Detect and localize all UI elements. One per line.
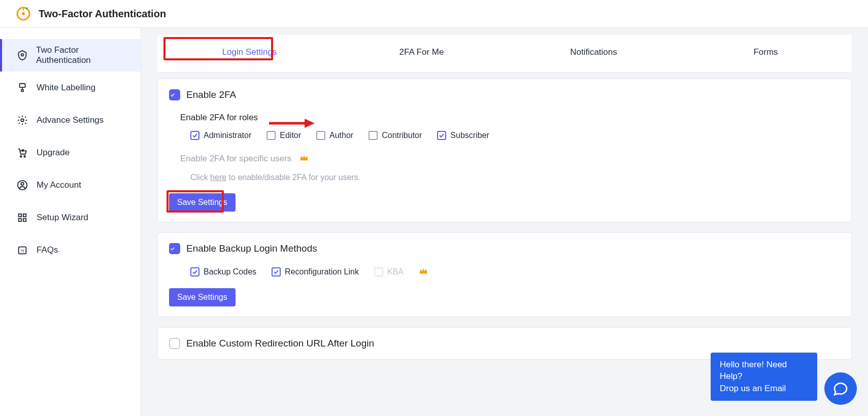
sidebar-item-label: My Account bbox=[37, 180, 81, 190]
svg-rect-4 bbox=[20, 84, 25, 87]
help-line2: Drop us an Email bbox=[720, 383, 808, 395]
reconfig-link-label: Reconfiguration Link bbox=[285, 267, 359, 276]
sidebar-item-label: Upgrade bbox=[37, 148, 70, 158]
specific-users-here-link[interactable]: here bbox=[210, 173, 226, 182]
annotation-arrow bbox=[268, 118, 315, 129]
kba-label: KBA bbox=[387, 267, 404, 276]
chat-button[interactable] bbox=[824, 372, 857, 405]
sidebar-item-upgrade[interactable]: Upgrade bbox=[0, 136, 141, 169]
enable-2fa-card: Enable 2FA Enable 2FA for roles Administ… bbox=[157, 79, 852, 222]
enable-redirect-label: Enable Custom Redirection URL After Logi… bbox=[186, 338, 374, 349]
tab-notifications[interactable]: Notifications bbox=[508, 35, 680, 72]
sidebar-item-two-factor-authentication[interactable]: Two Factor Authentication bbox=[0, 39, 141, 72]
annotation-highlight-tab bbox=[163, 37, 273, 60]
tabs: Login Settings 2FA For Me Notifications … bbox=[157, 35, 852, 73]
role-editor-label: Editor bbox=[280, 131, 301, 140]
enable-2fa-checkbox[interactable] bbox=[169, 89, 180, 100]
help-banner[interactable]: Hello there! Need Help? Drop us an Email bbox=[711, 353, 817, 401]
crown-icon bbox=[299, 153, 309, 164]
app-logo-icon bbox=[15, 6, 31, 22]
help-line1: Hello there! Need Help? bbox=[720, 359, 808, 383]
roles-row: Administrator Editor Author Contributor … bbox=[190, 131, 840, 140]
main-content: Login Settings 2FA For Me Notifications … bbox=[141, 28, 868, 416]
svg-point-1 bbox=[22, 12, 25, 15]
sidebar-item-label: Setup Wizard bbox=[37, 213, 88, 223]
svg-point-3 bbox=[21, 54, 23, 56]
tab-2fa-for-me[interactable]: 2FA For Me bbox=[336, 35, 508, 72]
sidebar-item-label: FAQs bbox=[37, 245, 58, 255]
sidebar: Two Factor Authentication White Labellin… bbox=[0, 28, 141, 416]
annotation-highlight-save bbox=[166, 190, 224, 213]
role-author-label: Author bbox=[329, 131, 353, 140]
sidebar-item-white-labelling[interactable]: White Labelling bbox=[0, 72, 141, 104]
svg-rect-13 bbox=[23, 219, 26, 222]
backup-codes-label: Backup Codes bbox=[204, 267, 256, 276]
crown-icon bbox=[419, 266, 428, 277]
role-author-checkbox[interactable] bbox=[316, 131, 325, 140]
svg-marker-17 bbox=[305, 119, 315, 128]
role-subscriber-checkbox[interactable] bbox=[437, 131, 446, 140]
svg-point-9 bbox=[21, 183, 24, 186]
tab-forms[interactable]: Forms bbox=[680, 35, 852, 72]
shield-icon bbox=[16, 50, 28, 61]
cart-icon bbox=[16, 147, 28, 158]
kba-checkbox bbox=[374, 267, 383, 276]
role-administrator-label: Administrator bbox=[204, 131, 251, 140]
svg-text:?!: ?! bbox=[20, 249, 24, 254]
role-contributor-label: Contributor bbox=[382, 131, 422, 140]
svg-rect-2 bbox=[23, 8, 24, 11]
sidebar-item-advance-settings[interactable]: Advance Settings bbox=[0, 104, 141, 136]
backup-login-card: Enable Backup Login Methods Backup Codes… bbox=[157, 232, 852, 317]
specific-users-help: Click here to enable/disable 2FA for you… bbox=[190, 173, 840, 182]
user-icon bbox=[16, 180, 28, 191]
svg-point-6 bbox=[20, 156, 22, 157]
page-title: Two-Factor Authentication bbox=[39, 8, 166, 20]
enable-backup-label: Enable Backup Login Methods bbox=[186, 243, 317, 254]
role-subscriber-label: Subscriber bbox=[450, 131, 489, 140]
brush-icon bbox=[16, 82, 28, 93]
svg-rect-11 bbox=[23, 214, 26, 217]
enable-redirect-checkbox[interactable] bbox=[169, 338, 180, 349]
topbar: Two-Factor Authentication bbox=[0, 0, 868, 28]
role-contributor-checkbox[interactable] bbox=[369, 131, 378, 140]
sidebar-item-label: Advance Settings bbox=[37, 115, 104, 125]
sidebar-item-my-account[interactable]: My Account bbox=[0, 169, 141, 201]
enable-2fa-label: Enable 2FA bbox=[186, 89, 236, 100]
sidebar-item-setup-wizard[interactable]: Setup Wizard bbox=[0, 201, 141, 234]
grid-icon bbox=[16, 212, 28, 223]
svg-point-7 bbox=[24, 156, 25, 157]
role-editor-checkbox[interactable] bbox=[266, 131, 276, 140]
save-settings-button-2[interactable]: Save Settings bbox=[169, 288, 236, 306]
svg-rect-10 bbox=[19, 214, 22, 217]
calendar-question-icon: ?! bbox=[16, 245, 28, 256]
specific-users-label: Enable 2FA for specific users bbox=[180, 154, 291, 164]
svg-rect-12 bbox=[19, 219, 22, 222]
backup-codes-checkbox[interactable] bbox=[190, 267, 199, 276]
gear-icon bbox=[16, 115, 28, 126]
chat-icon bbox=[832, 380, 849, 397]
sidebar-item-faqs[interactable]: ?! FAQs bbox=[0, 234, 141, 266]
enable-backup-checkbox[interactable] bbox=[169, 243, 180, 254]
sidebar-item-label: Two Factor Authentication bbox=[36, 45, 131, 65]
role-administrator-checkbox[interactable] bbox=[190, 131, 199, 140]
reconfig-link-checkbox[interactable] bbox=[272, 267, 281, 276]
sidebar-item-label: White Labelling bbox=[37, 83, 95, 93]
svg-point-5 bbox=[21, 119, 24, 122]
